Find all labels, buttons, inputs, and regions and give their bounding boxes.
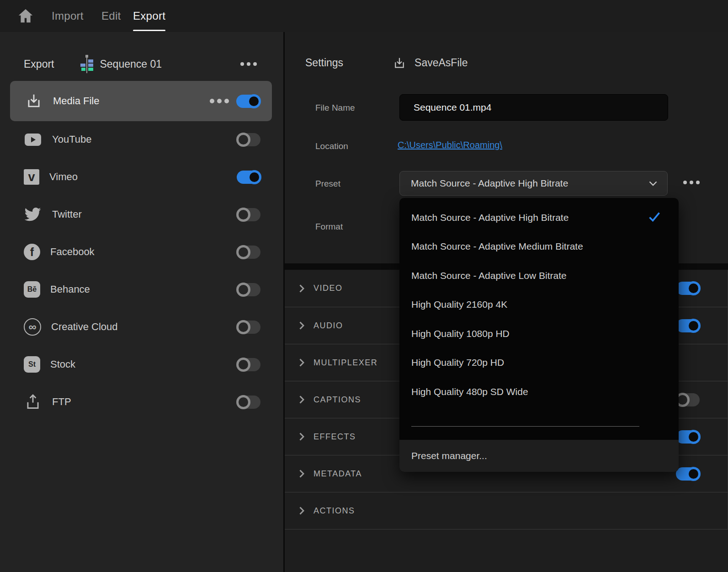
file-name-input[interactable] (399, 94, 668, 121)
stock-toggle[interactable] (237, 358, 260, 371)
preset-option-match-medium[interactable]: Match Source - Adaptive Medium Bitrate (399, 232, 679, 262)
destination-creative-cloud[interactable]: ∞ Creative Cloud (0, 308, 283, 346)
behance-toggle[interactable] (237, 283, 260, 296)
stock-icon: St (24, 356, 40, 373)
vimeo-icon: v (24, 169, 39, 185)
destination-media-file[interactable]: Media File (10, 81, 272, 121)
behance-icon: Bē (24, 281, 40, 298)
metadata-toggle[interactable] (676, 467, 700, 481)
media-file-toggle[interactable] (236, 95, 260, 108)
preset-option-480p[interactable]: High Quality 480p SD Wide (399, 377, 679, 406)
settings-header: Settings SaveAsFile (285, 50, 728, 75)
destination-facebook[interactable]: f Facebook (0, 233, 283, 271)
preset-label: Preset (315, 179, 340, 189)
creative-cloud-toggle[interactable] (237, 321, 260, 334)
destination-label: Stock (50, 358, 75, 370)
media-file-more-icon[interactable] (210, 99, 229, 103)
file-name-label: File Name (315, 103, 355, 113)
destination-label: Twitter (52, 208, 82, 220)
facebook-icon: f (24, 244, 40, 260)
format-label: Format (315, 222, 343, 232)
export-destinations-panel: Export Sequence 01 Media File (0, 32, 283, 572)
preset-option-match-high[interactable]: Match Source - Adaptive High Bitrate (399, 203, 679, 232)
chevron-right-icon[interactable] (299, 433, 304, 441)
preset-dropdown-menu: Match Source - Adaptive High Bitrate Mat… (399, 198, 679, 472)
export-panel-title: Export (24, 58, 54, 70)
captions-toggle[interactable] (676, 393, 700, 406)
ftp-upload-icon (24, 393, 42, 411)
chevron-right-icon[interactable] (299, 358, 304, 367)
tab-export[interactable]: Export (133, 0, 165, 32)
destination-stock[interactable]: St Stock (0, 346, 283, 383)
twitter-toggle[interactable] (237, 208, 260, 221)
sequence-name: Sequence 01 (100, 58, 162, 70)
preset-option-2160p[interactable]: High Quality 2160p 4K (399, 290, 679, 320)
destination-vimeo[interactable]: v Vimeo (0, 158, 283, 196)
destination-label: FTP (52, 396, 71, 408)
creative-cloud-icon: ∞ (24, 318, 41, 336)
sequence-more-icon[interactable] (240, 62, 257, 66)
sequence-icon (80, 54, 94, 74)
destination-label: YouTube (52, 134, 91, 145)
ftp-toggle[interactable] (237, 396, 260, 409)
destination-ftp[interactable]: FTP (0, 383, 283, 421)
chevron-right-icon[interactable] (299, 470, 304, 478)
preset-manager-item[interactable]: Preset manager... (399, 440, 679, 472)
save-as-file-download-icon (393, 56, 406, 70)
destination-list: YouTube v Vimeo Twitter f Facebook Bē Be… (0, 121, 283, 421)
destination-label: Facebook (50, 246, 95, 258)
tab-import[interactable]: Import (52, 0, 84, 32)
menu-divider (411, 426, 639, 427)
destination-youtube[interactable]: YouTube (0, 121, 283, 158)
destination-label: Behance (50, 283, 90, 295)
preset-selected-value: Match Source - Adaptive High Bitrate (411, 178, 568, 189)
vimeo-toggle[interactable] (237, 171, 260, 184)
home-icon[interactable] (16, 7, 35, 25)
chevron-right-icon[interactable] (299, 507, 304, 515)
effects-toggle[interactable] (676, 430, 700, 444)
section-actions[interactable]: ACTIONS (285, 492, 728, 529)
destination-label: Creative Cloud (51, 321, 118, 333)
chevron-right-icon[interactable] (299, 284, 304, 293)
preset-option-1080p[interactable]: High Quality 1080p HD (399, 319, 679, 348)
export-settings-panel: Settings SaveAsFile File Name Location C… (285, 32, 728, 572)
facebook-toggle[interactable] (237, 246, 260, 259)
chevron-down-icon (649, 181, 657, 186)
destination-label: Media File (53, 95, 99, 107)
preset-option-match-low[interactable]: Match Source - Adaptive Low Bitrate (399, 261, 679, 290)
youtube-icon (24, 130, 42, 149)
check-icon (648, 212, 660, 222)
preset-more-icon[interactable] (683, 181, 700, 184)
twitter-icon (24, 205, 42, 224)
settings-title: Settings (305, 57, 343, 69)
youtube-toggle[interactable] (237, 133, 260, 146)
destination-label: Vimeo (49, 171, 78, 183)
destination-twitter[interactable]: Twitter (0, 196, 283, 233)
media-file-download-icon (25, 92, 43, 110)
audio-toggle[interactable] (676, 319, 700, 332)
chevron-right-icon[interactable] (299, 396, 304, 404)
preset-select[interactable]: Match Source - Adaptive High Bitrate (399, 171, 668, 196)
save-as-file-button[interactable]: SaveAsFile (393, 56, 468, 70)
destination-behance[interactable]: Bē Behance (0, 271, 283, 308)
location-label: Location (315, 141, 348, 151)
tab-edit[interactable]: Edit (101, 0, 121, 32)
export-header: Export Sequence 01 (0, 50, 283, 78)
location-link[interactable]: C:\Users\Public\Roaming\ (398, 140, 502, 150)
app-header: Import Edit Export (0, 0, 728, 32)
chevron-right-icon[interactable] (299, 321, 304, 330)
preset-option-720p[interactable]: High Quality 720p HD (399, 348, 679, 378)
video-toggle[interactable] (676, 282, 700, 295)
